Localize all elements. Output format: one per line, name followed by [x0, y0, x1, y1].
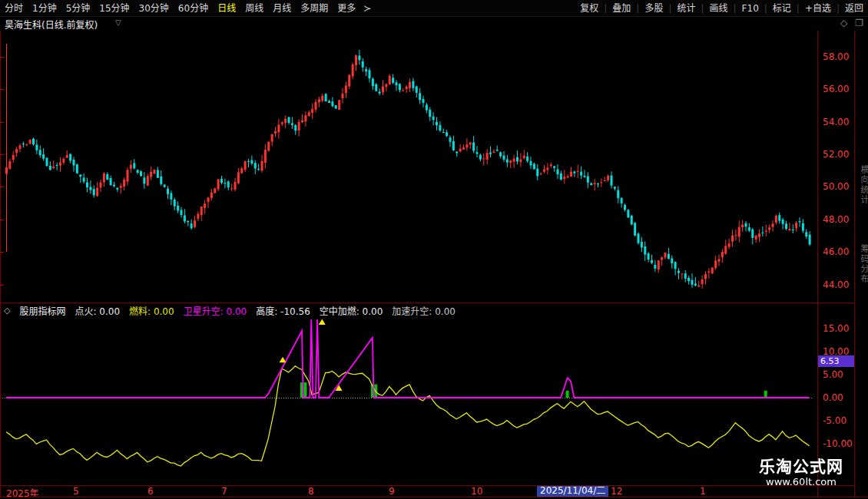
toolbar-period-item-5[interactable]: 60分钟 — [174, 0, 213, 17]
toolbar-function-item-7[interactable]: +自选 — [800, 0, 836, 17]
axis-tick — [0, 89, 4, 90]
indicator-field-4: 空中加燃: 0.00 — [320, 304, 383, 317]
axis-tick — [0, 252, 4, 253]
toolbar-function-item-3[interactable]: 统计 — [672, 0, 700, 17]
axis-tick — [0, 122, 4, 123]
toolbar-period-item-10[interactable]: 更多 — [333, 0, 360, 17]
indicator-header: ◇股朋指标网点火: 0.00燃料: 0.00卫星升空: 0.00高度: -10.… — [0, 303, 814, 317]
toolbar-function-item-4[interactable]: 画线 — [705, 0, 733, 17]
price-tick-label: 58.00 — [823, 51, 849, 62]
toolbar-period-item-2[interactable]: 5分钟 — [61, 0, 95, 17]
indicator-field-2: 卫星升空: 0.00 — [184, 304, 247, 317]
chevron-down-icon[interactable]: ▽ — [115, 18, 121, 27]
toolbar-period-item-3[interactable]: 15分钟 — [94, 0, 134, 17]
date-label: 8 — [308, 486, 314, 497]
period-toolbar: 分时1分钟5分钟15分钟30分钟60分钟日线周线月线多周期更多≻ — [0, 0, 374, 17]
date-axis: 2025年56789102025/11/04/二121 — [0, 486, 855, 497]
date-label: 7 — [221, 486, 227, 497]
right-strip-tab-0[interactable]: 横向统计 — [857, 165, 868, 205]
axis-tick — [0, 57, 4, 58]
toolbar-period-item-6[interactable]: 日线 — [213, 0, 240, 17]
date-label: 1 — [700, 486, 706, 497]
date-label: 6 — [147, 486, 154, 497]
indicator-field-1: 燃料: 0.00 — [129, 304, 174, 317]
indicator-name: 股朋指标网 — [19, 304, 65, 317]
price-axis: 58.0056.0054.0052.0050.0048.0046.0044.00 — [820, 31, 854, 302]
price-tick-label: 44.00 — [823, 279, 849, 290]
indicator-tick-label: -5.00 — [823, 415, 846, 426]
separator-indicator-date — [0, 485, 855, 486]
toolbar-function-item-8[interactable]: 返回 — [840, 0, 868, 17]
stock-title: 昊海生科(日线.前复权) — [5, 18, 98, 31]
price-tick-label: 46.00 — [823, 246, 849, 257]
toolbar-function-item-1[interactable]: 叠加 — [608, 0, 635, 17]
toolbar-function-item-5[interactable]: F10 — [737, 0, 764, 17]
more-arrow-icon[interactable]: ≻ — [360, 3, 374, 14]
title-row: 昊海生科(日线.前复权) ▽ ◇ ❐ — [0, 17, 868, 31]
price-tick-label: 54.00 — [823, 117, 849, 127]
watermark-title: 乐淘公式网 — [749, 458, 853, 476]
frame-axis-line — [817, 31, 818, 497]
watermark-url: www.60lt.com — [749, 476, 853, 487]
toolbar-period-item-1[interactable]: 1分钟 — [28, 0, 61, 17]
frame-left-line — [0, 31, 1, 497]
date-label: 5 — [73, 486, 79, 497]
indicator-field-3: 高度: -10.56 — [256, 304, 310, 317]
toolbar-function-item-2[interactable]: 多股 — [640, 0, 668, 17]
date-highlight-label: 2025/11/04/二 — [537, 485, 608, 497]
toolbar-function-item-6[interactable]: 标记 — [768, 0, 796, 17]
window-icon[interactable]: ❐ — [855, 18, 863, 28]
date-label: 10 — [471, 486, 482, 497]
date-label: 12 — [611, 486, 622, 497]
price-tick-label: 48.00 — [823, 214, 849, 225]
main-candlestick-chart[interactable] — [0, 31, 818, 302]
date-label: 9 — [389, 486, 395, 497]
indicator-tick-label: 0.00 — [823, 392, 843, 403]
frame-right-line — [854, 31, 855, 497]
toolbar-function-item-0[interactable]: 复权 — [575, 0, 603, 17]
top-toolbar: 分时1分钟5分钟15分钟30分钟60分钟日线周线月线多周期更多≻ 复权|叠加|多… — [0, 0, 868, 17]
function-toolbar: 复权|叠加|多股|统计|画线|F10|标记|+自选|返回 — [575, 0, 868, 17]
toolbar-period-item-8[interactable]: 月线 — [268, 0, 296, 17]
right-strip-tab-1[interactable]: 筹码分布 — [857, 244, 868, 284]
latest-value-badge: 6.53 — [818, 355, 854, 367]
site-watermark: 乐淘公式网 www.60lt.com — [749, 458, 853, 487]
indicator-tick-label: -10.00 — [823, 438, 853, 449]
right-side-strip: 横向统计筹码分布 — [856, 31, 868, 497]
indicator-tick-label: 15.00 — [823, 323, 849, 334]
toolbar-period-item-4[interactable]: 30分钟 — [134, 0, 174, 17]
price-tick-label: 52.00 — [823, 149, 849, 160]
separator-main-indicator — [0, 302, 855, 303]
frame-bottom-line — [0, 497, 868, 497]
indicator-diamond-icon: ◇ — [4, 306, 10, 316]
axis-tick — [0, 154, 4, 155]
price-tick-label: 56.00 — [823, 84, 849, 94]
axis-tick — [0, 220, 4, 220]
indicator-field-5: 加速升空: 0.00 — [392, 304, 456, 317]
axis-tick — [0, 187, 4, 187]
axis-tick — [0, 285, 4, 286]
indicator-tick-label: 5.00 — [823, 369, 843, 380]
toolbar-period-item-0[interactable]: 分时 — [0, 0, 28, 17]
stock-app-window: 分时1分钟5分钟15分钟30分钟60分钟日线周线月线多周期更多≻ 复权|叠加|多… — [0, 0, 868, 499]
indicator-chart[interactable] — [0, 318, 818, 485]
toolbar-period-item-9[interactable]: 多周期 — [296, 0, 333, 17]
indicator-field-0: 点火: 0.00 — [75, 304, 120, 317]
diamond-icon[interactable]: ◇ — [840, 18, 847, 28]
price-tick-label: 50.00 — [823, 181, 849, 192]
toolbar-period-item-7[interactable]: 周线 — [240, 0, 268, 17]
